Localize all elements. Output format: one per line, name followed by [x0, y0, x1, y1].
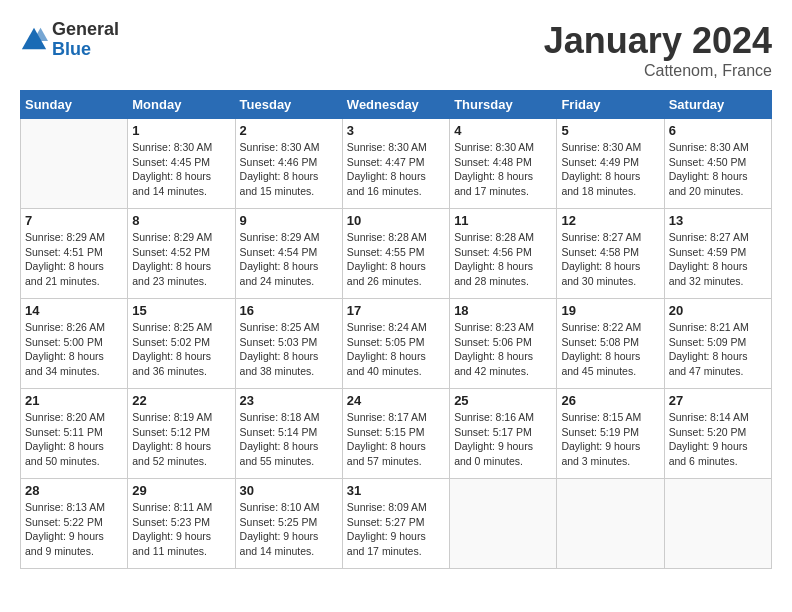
calendar-cell: 6Sunrise: 8:30 AMSunset: 4:50 PMDaylight…	[664, 119, 771, 209]
day-info: Sunrise: 8:19 AMSunset: 5:12 PMDaylight:…	[132, 410, 230, 469]
day-number: 25	[454, 393, 552, 408]
day-number: 28	[25, 483, 123, 498]
calendar-cell: 21Sunrise: 8:20 AMSunset: 5:11 PMDayligh…	[21, 389, 128, 479]
calendar-cell: 11Sunrise: 8:28 AMSunset: 4:56 PMDayligh…	[450, 209, 557, 299]
calendar-cell: 31Sunrise: 8:09 AMSunset: 5:27 PMDayligh…	[342, 479, 449, 569]
calendar-cell: 12Sunrise: 8:27 AMSunset: 4:58 PMDayligh…	[557, 209, 664, 299]
day-number: 7	[25, 213, 123, 228]
calendar-cell: 28Sunrise: 8:13 AMSunset: 5:22 PMDayligh…	[21, 479, 128, 569]
calendar-week-row-3: 21Sunrise: 8:20 AMSunset: 5:11 PMDayligh…	[21, 389, 772, 479]
day-info: Sunrise: 8:29 AMSunset: 4:54 PMDaylight:…	[240, 230, 338, 289]
day-number: 26	[561, 393, 659, 408]
logo-icon	[20, 26, 48, 54]
day-info: Sunrise: 8:25 AMSunset: 5:03 PMDaylight:…	[240, 320, 338, 379]
day-info: Sunrise: 8:28 AMSunset: 4:55 PMDaylight:…	[347, 230, 445, 289]
day-number: 31	[347, 483, 445, 498]
calendar-cell: 19Sunrise: 8:22 AMSunset: 5:08 PMDayligh…	[557, 299, 664, 389]
calendar-header-saturday: Saturday	[664, 91, 771, 119]
day-info: Sunrise: 8:29 AMSunset: 4:51 PMDaylight:…	[25, 230, 123, 289]
logo-general-text: General	[52, 20, 119, 40]
day-info: Sunrise: 8:15 AMSunset: 5:19 PMDaylight:…	[561, 410, 659, 469]
calendar-cell: 7Sunrise: 8:29 AMSunset: 4:51 PMDaylight…	[21, 209, 128, 299]
calendar-cell	[21, 119, 128, 209]
day-number: 23	[240, 393, 338, 408]
day-number: 21	[25, 393, 123, 408]
calendar-cell: 1Sunrise: 8:30 AMSunset: 4:45 PMDaylight…	[128, 119, 235, 209]
day-number: 4	[454, 123, 552, 138]
day-info: Sunrise: 8:24 AMSunset: 5:05 PMDaylight:…	[347, 320, 445, 379]
calendar-cell: 8Sunrise: 8:29 AMSunset: 4:52 PMDaylight…	[128, 209, 235, 299]
day-info: Sunrise: 8:21 AMSunset: 5:09 PMDaylight:…	[669, 320, 767, 379]
logo: General Blue	[20, 20, 119, 60]
calendar-cell: 24Sunrise: 8:17 AMSunset: 5:15 PMDayligh…	[342, 389, 449, 479]
day-info: Sunrise: 8:30 AMSunset: 4:48 PMDaylight:…	[454, 140, 552, 199]
day-info: Sunrise: 8:13 AMSunset: 5:22 PMDaylight:…	[25, 500, 123, 559]
day-number: 8	[132, 213, 230, 228]
day-number: 6	[669, 123, 767, 138]
calendar-header-monday: Monday	[128, 91, 235, 119]
day-info: Sunrise: 8:27 AMSunset: 4:58 PMDaylight:…	[561, 230, 659, 289]
calendar-cell: 18Sunrise: 8:23 AMSunset: 5:06 PMDayligh…	[450, 299, 557, 389]
day-number: 14	[25, 303, 123, 318]
calendar-header-friday: Friday	[557, 91, 664, 119]
day-number: 5	[561, 123, 659, 138]
day-info: Sunrise: 8:29 AMSunset: 4:52 PMDaylight:…	[132, 230, 230, 289]
day-info: Sunrise: 8:27 AMSunset: 4:59 PMDaylight:…	[669, 230, 767, 289]
calendar-cell: 29Sunrise: 8:11 AMSunset: 5:23 PMDayligh…	[128, 479, 235, 569]
day-number: 9	[240, 213, 338, 228]
calendar-cell	[664, 479, 771, 569]
day-info: Sunrise: 8:10 AMSunset: 5:25 PMDaylight:…	[240, 500, 338, 559]
calendar-cell	[557, 479, 664, 569]
page-header: General Blue January 2024 Cattenom, Fran…	[20, 20, 772, 80]
day-info: Sunrise: 8:30 AMSunset: 4:49 PMDaylight:…	[561, 140, 659, 199]
day-info: Sunrise: 8:09 AMSunset: 5:27 PMDaylight:…	[347, 500, 445, 559]
day-info: Sunrise: 8:16 AMSunset: 5:17 PMDaylight:…	[454, 410, 552, 469]
calendar-cell: 9Sunrise: 8:29 AMSunset: 4:54 PMDaylight…	[235, 209, 342, 299]
day-info: Sunrise: 8:11 AMSunset: 5:23 PMDaylight:…	[132, 500, 230, 559]
day-info: Sunrise: 8:30 AMSunset: 4:50 PMDaylight:…	[669, 140, 767, 199]
day-number: 13	[669, 213, 767, 228]
calendar-cell: 30Sunrise: 8:10 AMSunset: 5:25 PMDayligh…	[235, 479, 342, 569]
day-info: Sunrise: 8:26 AMSunset: 5:00 PMDaylight:…	[25, 320, 123, 379]
calendar-cell: 15Sunrise: 8:25 AMSunset: 5:02 PMDayligh…	[128, 299, 235, 389]
day-number: 2	[240, 123, 338, 138]
day-number: 1	[132, 123, 230, 138]
calendar-cell: 23Sunrise: 8:18 AMSunset: 5:14 PMDayligh…	[235, 389, 342, 479]
calendar-cell: 14Sunrise: 8:26 AMSunset: 5:00 PMDayligh…	[21, 299, 128, 389]
day-info: Sunrise: 8:23 AMSunset: 5:06 PMDaylight:…	[454, 320, 552, 379]
day-number: 22	[132, 393, 230, 408]
logo-blue-text: Blue	[52, 40, 119, 60]
day-number: 15	[132, 303, 230, 318]
day-number: 19	[561, 303, 659, 318]
calendar-cell: 26Sunrise: 8:15 AMSunset: 5:19 PMDayligh…	[557, 389, 664, 479]
day-number: 10	[347, 213, 445, 228]
calendar-cell	[450, 479, 557, 569]
calendar-cell: 13Sunrise: 8:27 AMSunset: 4:59 PMDayligh…	[664, 209, 771, 299]
day-info: Sunrise: 8:30 AMSunset: 4:45 PMDaylight:…	[132, 140, 230, 199]
location-subtitle: Cattenom, France	[544, 62, 772, 80]
calendar-cell: 2Sunrise: 8:30 AMSunset: 4:46 PMDaylight…	[235, 119, 342, 209]
day-info: Sunrise: 8:18 AMSunset: 5:14 PMDaylight:…	[240, 410, 338, 469]
calendar-cell: 10Sunrise: 8:28 AMSunset: 4:55 PMDayligh…	[342, 209, 449, 299]
calendar-cell: 3Sunrise: 8:30 AMSunset: 4:47 PMDaylight…	[342, 119, 449, 209]
calendar-cell: 16Sunrise: 8:25 AMSunset: 5:03 PMDayligh…	[235, 299, 342, 389]
calendar-header-sunday: Sunday	[21, 91, 128, 119]
day-number: 3	[347, 123, 445, 138]
calendar-week-row-4: 28Sunrise: 8:13 AMSunset: 5:22 PMDayligh…	[21, 479, 772, 569]
calendar-cell: 4Sunrise: 8:30 AMSunset: 4:48 PMDaylight…	[450, 119, 557, 209]
calendar-cell: 27Sunrise: 8:14 AMSunset: 5:20 PMDayligh…	[664, 389, 771, 479]
day-info: Sunrise: 8:25 AMSunset: 5:02 PMDaylight:…	[132, 320, 230, 379]
calendar-cell: 5Sunrise: 8:30 AMSunset: 4:49 PMDaylight…	[557, 119, 664, 209]
calendar-week-row-0: 1Sunrise: 8:30 AMSunset: 4:45 PMDaylight…	[21, 119, 772, 209]
day-number: 12	[561, 213, 659, 228]
day-number: 18	[454, 303, 552, 318]
calendar-cell: 22Sunrise: 8:19 AMSunset: 5:12 PMDayligh…	[128, 389, 235, 479]
calendar-cell: 25Sunrise: 8:16 AMSunset: 5:17 PMDayligh…	[450, 389, 557, 479]
day-info: Sunrise: 8:14 AMSunset: 5:20 PMDaylight:…	[669, 410, 767, 469]
day-number: 27	[669, 393, 767, 408]
day-number: 24	[347, 393, 445, 408]
calendar-header-wednesday: Wednesday	[342, 91, 449, 119]
day-info: Sunrise: 8:30 AMSunset: 4:46 PMDaylight:…	[240, 140, 338, 199]
calendar-week-row-2: 14Sunrise: 8:26 AMSunset: 5:00 PMDayligh…	[21, 299, 772, 389]
month-title: January 2024	[544, 20, 772, 62]
